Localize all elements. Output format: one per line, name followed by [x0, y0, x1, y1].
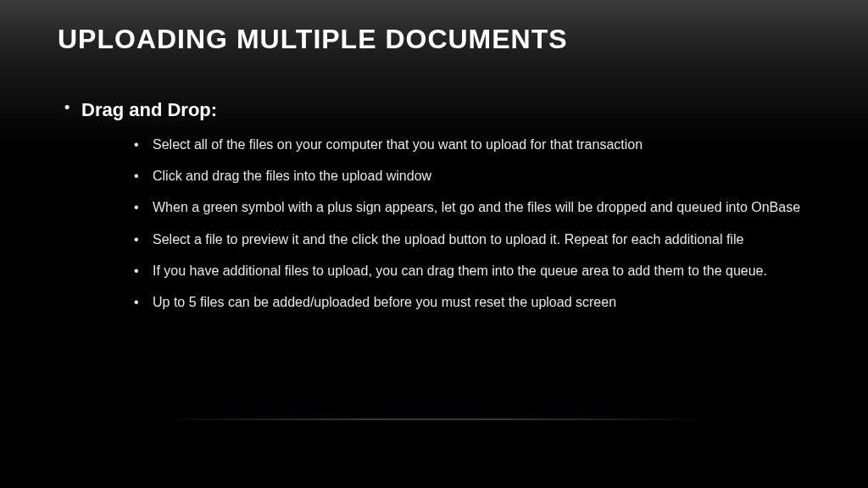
main-bullet-text: Drag and Drop: — [81, 99, 217, 120]
list-item: When a green symbol with a plus sign app… — [134, 197, 804, 217]
slide-title: UPLOADING MULTIPLE DOCUMENTS — [0, 0, 868, 55]
list-item: Select a file to preview it and the clic… — [134, 230, 804, 249]
list-item: Up to 5 files can be added/uploaded befo… — [134, 292, 804, 312]
list-item: If you have additional files to upload, … — [134, 261, 804, 280]
main-bullet: Drag and Drop: Select all of the files o… — [58, 99, 810, 312]
slide-content: Drag and Drop: Select all of the files o… — [0, 55, 868, 312]
list-item: Click and drag the files into the upload… — [134, 166, 804, 186]
list-item: Select all of the files on your computer… — [134, 135, 804, 154]
decorative-divider — [110, 419, 758, 420]
sub-bullet-list: Select all of the files on your computer… — [81, 121, 810, 312]
